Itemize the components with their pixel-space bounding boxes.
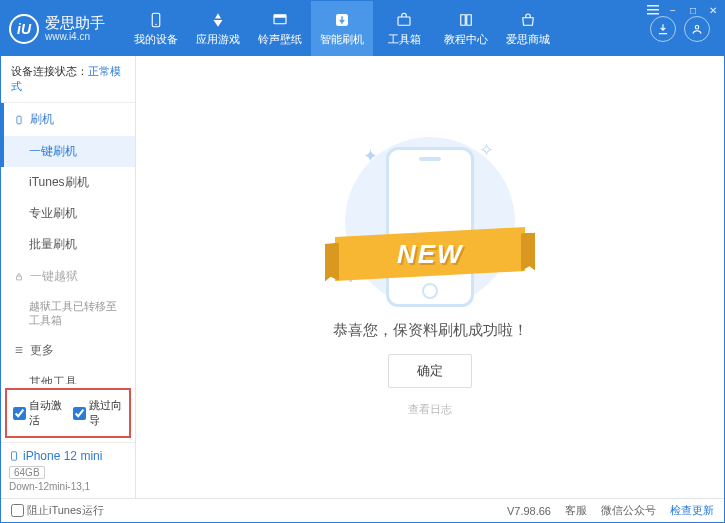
device-firmware: Down-12mini-13,1 [9,481,127,492]
nav-label: 铃声壁纸 [258,32,302,47]
menu-icon[interactable] [646,3,660,17]
nav-label: 爱思商城 [506,32,550,47]
sidebar: 设备连接状态：正常模式 刷机 一键刷机 iTunes刷机 专业刷机 批量刷机 一… [1,56,136,498]
version-label: V7.98.66 [507,505,551,517]
nav-label: 我的设备 [134,32,178,47]
view-log-link[interactable]: 查看日志 [408,402,452,417]
nav-store[interactable]: 爱思商城 [497,1,559,56]
sparkle-icon: ✦ [363,145,377,159]
header-actions [650,16,716,42]
phone-icon [14,115,24,125]
status-label: 设备连接状态： [11,65,88,77]
minimize-button[interactable]: − [666,3,680,17]
phone-icon [9,449,19,463]
maximize-button[interactable]: □ [686,3,700,17]
app-window: − □ ✕ iU 爱思助手 www.i4.cn 我的设备 应用游戏 铃声壁纸 [0,0,725,523]
svg-rect-1 [647,9,659,11]
nav-media[interactable]: 铃声壁纸 [249,1,311,56]
nav-flash[interactable]: 智能刷机 [311,1,373,56]
svg-rect-12 [12,452,17,460]
section-title: 更多 [30,342,54,359]
checkbox-auto-activate[interactable]: 自动激活 [13,398,63,428]
jailbreak-note: 越狱工具已转移至工具箱 [1,293,135,334]
checkbox-block-itunes[interactable]: 阻止iTunes运行 [11,503,104,518]
account-button[interactable] [684,16,710,42]
nav-apps[interactable]: 应用游戏 [187,1,249,56]
svg-rect-2 [647,13,659,15]
new-banner: NEW [335,227,525,281]
sidebar-item-batch[interactable]: 批量刷机 [1,229,135,260]
section-title: 一键越狱 [30,268,78,285]
store-icon [519,11,537,29]
apps-icon [209,11,227,29]
footer: 阻止iTunes运行 V7.98.66 客服 微信公众号 检查更新 [1,498,724,522]
window-controls: − □ ✕ [646,3,720,17]
section-title: 刷机 [30,111,54,128]
device-status: 设备连接状态：正常模式 [1,56,135,103]
ok-button[interactable]: 确定 [388,354,472,388]
svg-rect-11 [17,276,22,280]
wechat-link[interactable]: 微信公众号 [601,503,656,518]
close-button[interactable]: ✕ [706,3,720,17]
sidebar-item-other[interactable]: 其他工具 [1,367,135,384]
section-more[interactable]: 更多 [1,334,135,367]
logo: iU 爱思助手 www.i4.cn [9,14,105,44]
success-illustration: ✦ ✧ • NEW [325,137,535,307]
brand-name: 爱思助手 [45,15,105,32]
svg-rect-8 [398,17,410,25]
phone-icon [147,11,165,29]
svg-rect-6 [274,14,286,17]
list-icon [14,345,24,355]
update-link[interactable]: 检查更新 [670,503,714,518]
phone-graphic [386,147,474,307]
nav-toolbox[interactable]: 工具箱 [373,1,435,56]
section-jailbreak: 一键越狱 [1,260,135,293]
svg-rect-10 [17,116,21,124]
lock-icon [14,272,24,282]
success-message: 恭喜您，保资料刷机成功啦！ [333,321,528,340]
support-link[interactable]: 客服 [565,503,587,518]
sidebar-item-pro[interactable]: 专业刷机 [1,198,135,229]
logo-icon: iU [9,14,39,44]
nav-label: 智能刷机 [320,32,364,47]
device-panel[interactable]: iPhone 12 mini 64GB Down-12mini-13,1 [1,442,135,498]
section-flash[interactable]: 刷机 [1,103,135,136]
device-capacity: 64GB [9,466,45,479]
nav-my-device[interactable]: 我的设备 [125,1,187,56]
svg-point-9 [695,25,699,29]
sparkle-icon: ✧ [479,139,493,153]
toolbox-icon [395,11,413,29]
book-icon [457,11,475,29]
brand-url: www.i4.cn [45,31,105,42]
checkbox-skip-guide[interactable]: 跳过向导 [73,398,123,428]
flash-icon [333,11,351,29]
title-bar: − □ ✕ iU 爱思助手 www.i4.cn 我的设备 应用游戏 铃声壁纸 [1,1,724,56]
nav-label: 教程中心 [444,32,488,47]
download-button[interactable] [650,16,676,42]
sidebar-item-oneclick[interactable]: 一键刷机 [1,136,135,167]
top-nav: 我的设备 应用游戏 铃声壁纸 智能刷机 工具箱 教程中心 [125,1,559,56]
svg-point-4 [155,23,157,25]
media-icon [271,11,289,29]
main-content: ✦ ✧ • NEW 恭喜您，保资料刷机成功啦！ 确定 查看日志 [136,56,724,498]
options-row: 自动激活 跳过向导 [5,388,131,438]
sidebar-item-itunes[interactable]: iTunes刷机 [1,167,135,198]
device-name: iPhone 12 mini [23,449,102,463]
svg-rect-0 [647,5,659,7]
nav-label: 应用游戏 [196,32,240,47]
nav-tutorials[interactable]: 教程中心 [435,1,497,56]
nav-label: 工具箱 [388,32,421,47]
